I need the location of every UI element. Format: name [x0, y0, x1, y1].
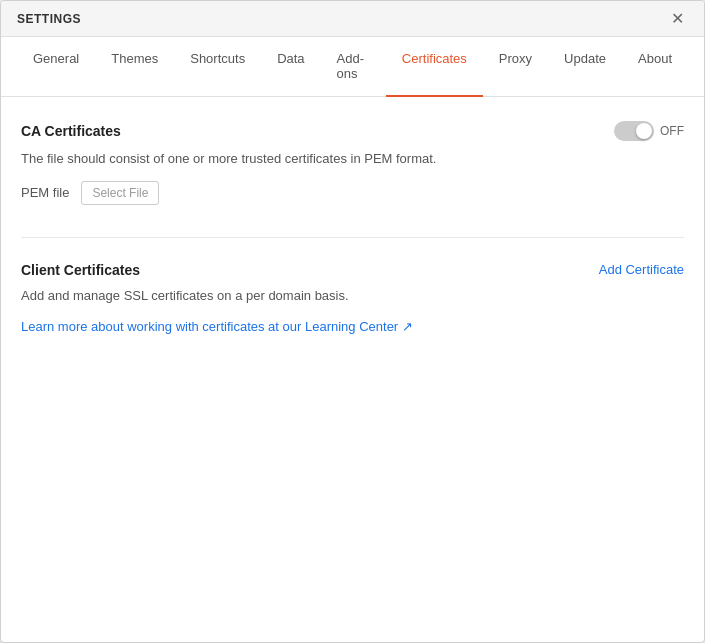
pem-label: PEM file	[21, 185, 69, 200]
add-certificate-button[interactable]: Add Certificate	[599, 262, 684, 277]
pem-row: PEM file Select File	[21, 181, 684, 205]
client-certificates-title: Client Certificates	[21, 262, 140, 278]
close-icon: ✕	[671, 10, 684, 27]
tab-data[interactable]: Data	[261, 37, 320, 97]
tab-update[interactable]: Update	[548, 37, 622, 97]
client-certificates-description: Add and manage SSL certificates on a per…	[21, 286, 684, 306]
settings-window: SETTINGS ✕ General Themes Shortcuts Data…	[0, 0, 705, 643]
learn-more-link[interactable]: Learn more about working with certificat…	[21, 319, 413, 334]
select-file-button[interactable]: Select File	[81, 181, 159, 205]
tab-shortcuts[interactable]: Shortcuts	[174, 37, 261, 97]
ca-toggle-container: OFF	[614, 121, 684, 141]
tab-certificates[interactable]: Certificates	[386, 37, 483, 97]
ca-toggle[interactable]	[614, 121, 654, 141]
nav-tabs: General Themes Shortcuts Data Add-ons Ce…	[1, 37, 704, 97]
toggle-off-label: OFF	[660, 124, 684, 138]
section-divider	[21, 237, 684, 238]
tab-general[interactable]: General	[17, 37, 95, 97]
ca-certificates-title: CA Certificates	[21, 123, 121, 139]
ca-certificates-section: CA Certificates OFF The file should cons…	[21, 121, 684, 205]
ca-certificates-header: CA Certificates OFF	[21, 121, 684, 141]
content-area: CA Certificates OFF The file should cons…	[1, 97, 704, 642]
client-certificates-header: Client Certificates Add Certificate	[21, 262, 684, 278]
toggle-thumb	[636, 123, 652, 139]
window-title: SETTINGS	[17, 12, 81, 26]
client-certificates-section: Client Certificates Add Certificate Add …	[21, 262, 684, 336]
ca-certificates-description: The file should consist of one or more t…	[21, 149, 684, 169]
title-bar: SETTINGS ✕	[1, 1, 704, 37]
tab-about[interactable]: About	[622, 37, 688, 97]
toggle-track	[614, 121, 654, 141]
tab-themes[interactable]: Themes	[95, 37, 174, 97]
tab-proxy[interactable]: Proxy	[483, 37, 548, 97]
tab-addons[interactable]: Add-ons	[321, 37, 386, 97]
close-button[interactable]: ✕	[667, 9, 688, 29]
